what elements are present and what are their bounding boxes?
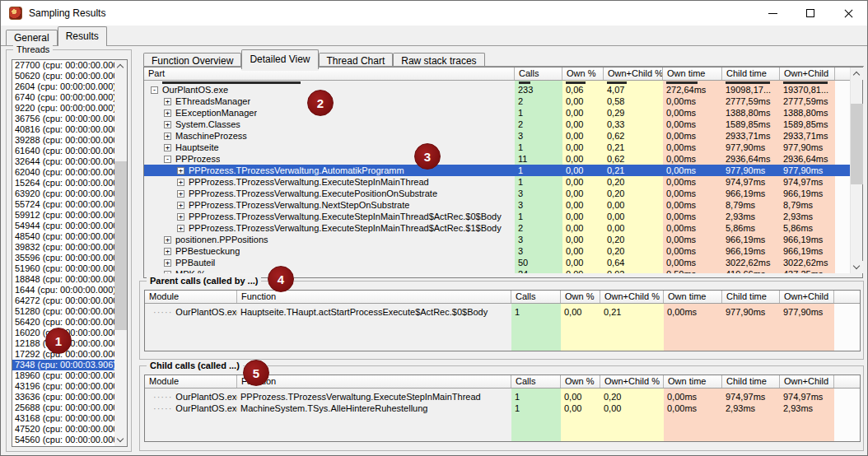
thread-item[interactable]: 2604 (cpu: 00:00:00.000) (12, 81, 114, 92)
threads-list[interactable]: 27700 (cpu: 00:00:00.000)50620 (cpu: 00:… (12, 59, 128, 447)
thread-item[interactable]: 1644 (cpu: 00:00:00.000) (12, 285, 114, 295)
thread-item[interactable]: 48540 (cpu: 00:00:00.000) (12, 231, 114, 242)
expand-toggle-icon[interactable]: + (164, 259, 171, 267)
tree-row[interactable]: + PPBauteil 50 0,00 0,64 0,00ms 3022,62m… (144, 257, 850, 268)
tree-row[interactable]: + PPProzess.TProzessVerwaltung.ExecuteSt… (144, 176, 850, 188)
thread-item[interactable]: 25688 (cpu: 00:00:00.000) (12, 402, 114, 413)
main-tab[interactable]: Results (58, 26, 107, 46)
thread-item[interactable]: 6740 (cpu: 00:00:00.000) (12, 92, 114, 103)
scroll-up-button[interactable] (114, 60, 127, 72)
thread-item[interactable]: 43168 (cpu: 00:00:00.000) (12, 413, 114, 424)
thread-item[interactable]: 15264 (cpu: 00:00:00.000) (12, 178, 114, 188)
grid-scrollbar[interactable] (850, 67, 862, 273)
tree-row[interactable]: + MaschineProzess 3 0,00 0,62 0,00ms 293… (144, 130, 850, 142)
thread-item[interactable]: 51280 (cpu: 00:00:00.000) (12, 306, 114, 317)
tree-row[interactable]: + System.Classes 2 0,00 0,33 0,00ms 1589… (144, 119, 850, 130)
scroll-down-button[interactable] (114, 434, 127, 446)
column-header[interactable]: Module (145, 375, 237, 388)
column-header[interactable]: Own time (664, 375, 722, 388)
expand-toggle-icon[interactable]: + (164, 109, 171, 117)
expand-toggle-icon[interactable]: + (164, 133, 171, 140)
thread-item[interactable]: 61640 (cpu: 00:00:00.000) (12, 146, 114, 156)
thread-item[interactable]: 36756 (cpu: 00:00:00.000) (12, 114, 114, 124)
thread-item[interactable]: 32644 (cpu: 00:00:00.000) (12, 156, 114, 167)
column-header[interactable]: Own+Child % (604, 67, 663, 80)
expand-toggle-icon[interactable]: + (177, 167, 184, 174)
expand-toggle-icon[interactable]: - (151, 86, 158, 94)
column-header[interactable]: Child time (722, 67, 780, 80)
scrollbar-thumb[interactable] (114, 161, 127, 330)
column-header[interactable]: Function (237, 291, 511, 303)
tree-row[interactable]: + PPProzess.TProzessVerwaltung.ExecuteSt… (144, 211, 850, 222)
thread-item[interactable]: 59912 (cpu: 00:00:00.000) (12, 210, 114, 221)
thread-item[interactable]: 33636 (cpu: 00:00:00.000) (12, 392, 114, 402)
thread-item[interactable]: 39288 (cpu: 00:00:00.000) (12, 135, 114, 146)
tree-row[interactable]: - PPProzess 11 0,00 0,62 0,00ms 2936,64m… (144, 153, 850, 165)
thread-item[interactable]: 18960 (cpu: 00:00:00.000) (12, 370, 114, 381)
titlebar[interactable]: Sampling Results (1, 1, 867, 26)
thread-item[interactable]: 54944 (cpu: 00:00:00.000) (12, 221, 114, 231)
tree-row[interactable]: - OurPlantOS.exe 233 0,06 4,07 272,64ms … (144, 84, 850, 95)
expand-toggle-icon[interactable]: + (164, 271, 171, 274)
expand-toggle-icon[interactable]: - (164, 156, 171, 163)
tree-row[interactable]: + positionen.PPPositions 3 0,00 0,20 0,0… (144, 234, 850, 245)
expand-toggle-icon[interactable]: + (164, 144, 171, 151)
expand-toggle-icon[interactable]: + (177, 202, 184, 209)
expand-toggle-icon[interactable]: + (164, 121, 171, 128)
expand-toggle-icon[interactable]: + (164, 236, 171, 244)
scroll-up-button[interactable] (851, 67, 863, 80)
minimize-button[interactable] (754, 1, 791, 26)
parent-call-row[interactable]: OurPlantOS.exe Hauptseite.THaupt.actStar… (145, 306, 860, 318)
column-header[interactable]: Child time (722, 291, 780, 303)
thread-item[interactable]: 18848 (cpu: 00:00:00.000) (12, 274, 114, 285)
tree-row[interactable]: + EThreadsManager 2 0,00 0,58 0,00ms 277… (144, 95, 850, 107)
column-header[interactable]: Calls (511, 291, 561, 303)
thread-item[interactable]: 54560 (cpu: 00:00:00.000) (12, 435, 114, 445)
column-header[interactable]: Own time (663, 67, 722, 80)
column-header[interactable]: Part (144, 67, 515, 80)
result-tab[interactable]: Detailed View (241, 49, 318, 69)
thread-item[interactable]: 55724 (cpu: 00:00:00.000) (12, 199, 114, 210)
thread-item[interactable]: 35596 (cpu: 00:00:00.000) (12, 253, 114, 263)
column-header[interactable]: Calls (511, 375, 561, 388)
tree-row[interactable]: + Hauptseite 1 0,00 0,21 0,00ms 977,90ms… (144, 142, 850, 153)
close-button[interactable] (829, 1, 867, 26)
scrollbar-thumb[interactable] (851, 104, 863, 184)
main-tab[interactable]: General (6, 30, 58, 46)
thread-item[interactable]: 9220 (cpu: 00:00:00.000) (12, 103, 114, 114)
column-header[interactable]: Own % (562, 67, 604, 80)
thread-item[interactable]: 39832 (cpu: 00:00:00.000) (12, 242, 114, 253)
column-header[interactable]: Own+Child (780, 375, 834, 388)
tree-row[interactable]: + PPProzess.TProzessVerwaltung.ExecutePo… (144, 188, 850, 199)
thread-item[interactable]: 64272 (cpu: 00:00:00.000) (12, 295, 114, 306)
tree-row[interactable]: + PPProzess.TProzessVerwaltung.Automatik… (144, 165, 850, 176)
expand-toggle-icon[interactable]: + (177, 179, 184, 186)
thread-item[interactable]: 43196 (cpu: 00:00:00.000) (12, 381, 114, 392)
column-header[interactable]: Own+Child % (600, 291, 664, 303)
column-header[interactable]: Child time (722, 375, 780, 388)
thread-item[interactable]: 7348 (cpu: 00:00:03.906) (12, 360, 114, 370)
column-header[interactable]: Own+Child (780, 291, 834, 303)
tree-row[interactable]: + PPProzess.TProzessVerwaltung.ExecuteSt… (144, 222, 850, 234)
thread-item[interactable]: 63920 (cpu: 00:00:00.000) (12, 188, 114, 199)
column-header[interactable]: Own+Child (780, 67, 835, 80)
tree-row[interactable]: + PPProzess.TProzessVerwaltung.NextStepO… (144, 199, 850, 211)
thread-item[interactable]: 27700 (cpu: 00:00:00.000) (12, 60, 114, 71)
expand-toggle-icon[interactable]: + (177, 213, 184, 221)
thread-item[interactable]: 50620 (cpu: 00:00:00.000) (12, 71, 114, 81)
expand-toggle-icon[interactable]: + (177, 225, 184, 232)
thread-item[interactable]: 62040 (cpu: 00:00:00.000) (12, 167, 114, 178)
tree-row[interactable]: + PPBestueckung 3 0,00 0,20 0,00ms 966,1… (144, 245, 850, 257)
column-header[interactable]: Own % (561, 291, 600, 303)
column-header[interactable]: Own time (664, 291, 722, 303)
expand-toggle-icon[interactable]: + (177, 190, 184, 198)
threads-scrollbar[interactable] (114, 60, 127, 446)
column-header[interactable]: Module (145, 291, 237, 303)
maximize-button[interactable] (791, 1, 829, 26)
column-header[interactable]: Calls (515, 67, 562, 80)
column-header[interactable]: Own+Child % (600, 375, 664, 388)
expand-toggle-icon[interactable]: + (164, 248, 171, 255)
tree-row[interactable]: + EExceptionManager 1 0,00 0,29 0,00ms 1… (144, 107, 850, 119)
thread-item[interactable]: 40816 (cpu: 00:00:00.000) (12, 124, 114, 135)
thread-item[interactable]: 47520 (cpu: 00:00:00.000) (12, 424, 114, 435)
